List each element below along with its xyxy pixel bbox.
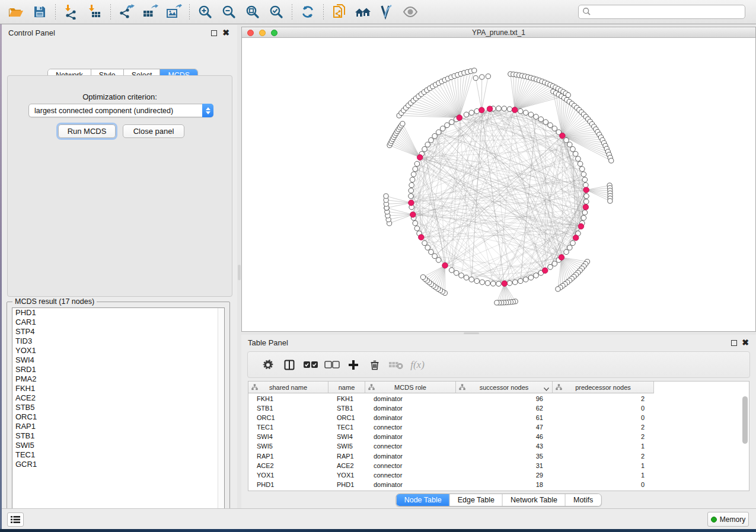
mcds-node-item[interactable]: PHD1 xyxy=(12,308,224,318)
search-input[interactable] xyxy=(578,5,745,19)
split-columns-icon[interactable] xyxy=(279,355,300,375)
run-mcds-button[interactable]: Run MCDS xyxy=(58,124,116,138)
mcds-node-item[interactable]: FKH1 xyxy=(12,384,224,393)
cell-name: RAP1 xyxy=(328,451,365,461)
table-row[interactable]: SWI4SWI4dominator462 xyxy=(248,432,749,441)
toolbar-separator xyxy=(55,4,56,20)
float-panel-icon[interactable] xyxy=(731,340,737,346)
deselect-all-icon[interactable] xyxy=(321,355,343,375)
column-header-successor-nodes[interactable]: successor nodes xyxy=(456,382,553,393)
zoom-fit-icon[interactable] xyxy=(243,2,263,21)
vizmapper-icon[interactable] xyxy=(377,2,397,21)
mcds-node-item[interactable]: PMA2 xyxy=(12,374,224,384)
zoom-in-icon[interactable] xyxy=(195,2,215,21)
mcds-node-item[interactable]: SWI4 xyxy=(12,355,224,365)
splitter-handle[interactable] xyxy=(238,265,241,280)
open-file-icon[interactable] xyxy=(6,2,26,21)
splitter-handle[interactable] xyxy=(464,332,479,334)
first-neighbors-icon[interactable] xyxy=(353,2,373,21)
zoom-out-icon[interactable] xyxy=(219,2,239,21)
mcds-node-item[interactable]: TEC1 xyxy=(12,450,224,460)
tab-edge-table[interactable]: Edge Table xyxy=(450,494,503,506)
import-network-icon[interactable] xyxy=(61,2,81,21)
table-row[interactable]: STB1STB1dominator620 xyxy=(248,403,749,413)
mcds-node-item[interactable]: TID3 xyxy=(12,336,224,346)
cell-successor-nodes: 47 xyxy=(456,422,553,432)
mcds-node-item[interactable]: GCR1 xyxy=(12,460,224,469)
close-panel-icon[interactable]: ✖ xyxy=(742,338,749,347)
mcds-node-item[interactable]: SWI5 xyxy=(12,441,224,450)
desktop-background-bottom xyxy=(0,529,756,532)
cell-name: ORC1 xyxy=(328,413,365,422)
column-header-predecessor-nodes[interactable]: predecessor nodes xyxy=(553,382,654,393)
table-row[interactable]: FKH1FKH1dominator962 xyxy=(248,394,749,403)
mcds-node-item[interactable]: RAP1 xyxy=(12,422,224,431)
mcds-node-item[interactable]: STP4 xyxy=(12,327,224,336)
close-panel-button[interactable]: Close panel xyxy=(123,124,184,138)
mcds-node-item[interactable]: ACE2 xyxy=(12,393,224,403)
column-type-icon xyxy=(556,384,562,392)
memory-button[interactable]: Memory xyxy=(707,512,749,527)
column-header-name[interactable]: name xyxy=(328,382,365,393)
search-icon xyxy=(582,7,591,18)
cell-name: ACE2 xyxy=(328,461,365,470)
table-row[interactable]: SWI5SWI5connector431 xyxy=(248,441,749,451)
show-graphics-details-icon[interactable] xyxy=(400,2,420,21)
vertical-splitter[interactable] xyxy=(237,25,241,508)
table-settings-icon[interactable] xyxy=(257,355,279,375)
scrollbar-thumb[interactable] xyxy=(742,396,748,444)
table-row[interactable]: PHD1PHD1dominator180 xyxy=(248,480,749,489)
cell-successor-nodes: 35 xyxy=(456,451,553,461)
delete-table-icon[interactable] xyxy=(385,355,407,375)
cell-name: SWI4 xyxy=(328,432,365,441)
cell-name: TEC1 xyxy=(328,422,365,432)
cell-successor-nodes: 62 xyxy=(456,403,553,413)
export-image-icon[interactable] xyxy=(164,2,184,21)
table-row[interactable]: TEC1TEC1connector472 xyxy=(248,422,749,432)
refresh-icon[interactable] xyxy=(298,2,318,21)
optimization-criterion-select[interactable]: largest connected component (undirected) xyxy=(28,104,213,117)
float-panel-icon[interactable] xyxy=(211,30,217,36)
network-document-icon[interactable] xyxy=(329,2,349,21)
table-scrollbar[interactable] xyxy=(741,395,748,489)
cell-name: FKH1 xyxy=(328,394,365,403)
mcds-result-list[interactable]: PHD1CAR1STP4TID3YOX1SWI4SRD1PMA2FKH1ACE2… xyxy=(12,307,225,516)
mcds-list-scrollbar[interactable] xyxy=(218,308,224,515)
task-history-button[interactable] xyxy=(7,512,24,527)
cell-MCDS-role: connector xyxy=(365,470,456,480)
network-canvas[interactable] xyxy=(242,38,755,331)
network-window-titlebar[interactable]: YPA_prune.txt_1 xyxy=(242,27,755,38)
export-network-icon[interactable] xyxy=(116,2,136,21)
import-table-icon[interactable] xyxy=(85,2,105,21)
table-panel-title: Table Panel xyxy=(248,338,288,347)
zoom-selected-icon[interactable] xyxy=(266,2,286,21)
cell-predecessor-nodes: 1 xyxy=(553,441,654,451)
tab-motifs[interactable]: Motifs xyxy=(566,494,601,506)
mcds-node-item[interactable]: STB1 xyxy=(12,431,224,441)
export-table-icon[interactable] xyxy=(140,2,160,21)
tab-network-table[interactable]: Network Table xyxy=(503,494,566,506)
mcds-node-item[interactable]: ORC1 xyxy=(12,412,224,422)
mcds-node-item[interactable]: STB5 xyxy=(12,403,224,412)
add-column-icon[interactable] xyxy=(343,355,364,375)
save-session-icon[interactable] xyxy=(30,2,50,21)
mcds-node-item[interactable]: CAR1 xyxy=(12,318,224,327)
column-header-shared-name[interactable]: shared name xyxy=(248,382,328,393)
network-view-window: YPA_prune.txt_1 xyxy=(241,27,756,332)
select-all-icon[interactable] xyxy=(300,355,321,375)
tab-node-table[interactable]: Node Table xyxy=(397,494,450,506)
table-row[interactable]: YOX1YOX1connector291 xyxy=(248,470,749,480)
table-toolbar: f(x) xyxy=(247,351,750,378)
mcds-node-item[interactable]: SRD1 xyxy=(12,365,224,374)
cell-predecessor-nodes: 1 xyxy=(553,461,654,470)
cell-shared-name: STB1 xyxy=(248,403,328,413)
table-row[interactable]: RAP1RAP1dominator352 xyxy=(248,451,749,461)
table-row[interactable]: ORC1ORC1dominator610 xyxy=(248,413,749,422)
column-header-MCDS-role[interactable]: MCDS role xyxy=(365,382,456,393)
mcds-node-item[interactable]: YOX1 xyxy=(12,346,224,355)
close-panel-icon[interactable]: ✖ xyxy=(222,28,229,37)
table-row[interactable]: ACE2ACE2connector311 xyxy=(248,461,749,470)
cell-MCDS-role: connector xyxy=(365,441,456,451)
function-builder-icon[interactable]: f(x) xyxy=(407,355,428,375)
delete-column-icon[interactable] xyxy=(364,355,385,375)
